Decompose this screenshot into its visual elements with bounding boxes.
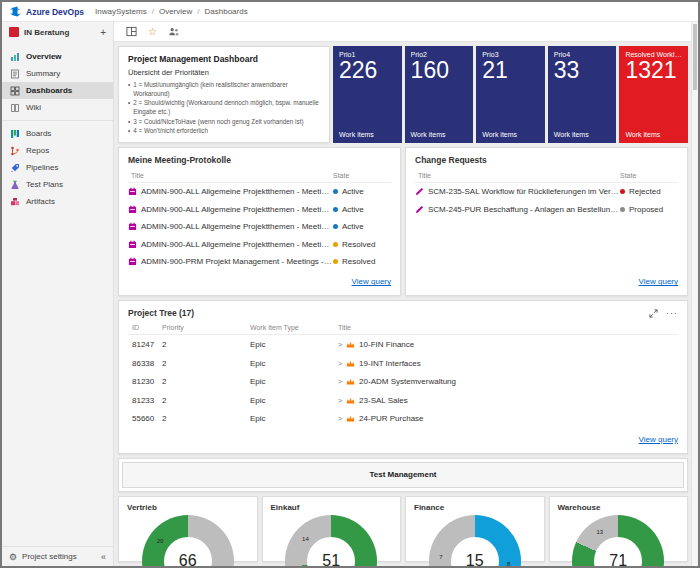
sidebar-item-artifacts[interactable]: Artifacts xyxy=(2,193,113,210)
state-dot xyxy=(333,207,338,212)
state-label: Active xyxy=(342,187,364,196)
work-item-title: 10-FIN Finance xyxy=(359,340,414,349)
sidebar-item-dashboards[interactable]: Dashboards xyxy=(2,82,113,99)
sidebar-item-overview[interactable]: Overview xyxy=(2,48,113,65)
vertical-scrollbar[interactable] xyxy=(691,22,698,566)
work-item-title: ADMIN-900-ALL Allgemeine Projektthemen -… xyxy=(141,222,333,231)
cell-type: Epic xyxy=(250,396,338,405)
scrollbar-thumb[interactable] xyxy=(693,24,697,90)
project-tree-widget: Project Tree (17) ··· ID Priority Work I… xyxy=(118,300,688,454)
count-tile-prio2[interactable]: Prio2160Work items xyxy=(405,46,474,143)
sidebar-item-wiki[interactable]: Wiki xyxy=(2,99,113,116)
state-label: Resolved xyxy=(342,257,375,266)
add-project-button[interactable]: + xyxy=(100,27,106,38)
dashboard-grid-icon[interactable] xyxy=(126,26,137,37)
project-name[interactable]: IN Beratung xyxy=(24,28,69,37)
table-row[interactable]: ADMIN-900-ALL Allgemeine Projektthemen -… xyxy=(128,200,391,218)
cell-type: Epic xyxy=(250,359,338,368)
work-item-title: ADMIN-900-ALL Allgemeine Projektthemen -… xyxy=(141,205,333,214)
change-request-icon xyxy=(415,205,424,214)
donut-widget-warehouse: Warehouse581371ReadyDesignView query xyxy=(549,496,689,562)
donut-widget-finance: Finance8715ReadyDesignView query xyxy=(405,496,545,562)
sidebar-item-repos[interactable]: Repos xyxy=(2,142,113,159)
sidebar-item-test-plans[interactable]: Test Plans xyxy=(2,176,113,193)
cell-title: >20-ADM Systemverwaltung xyxy=(338,377,678,386)
sidebar-item-label: Artifacts xyxy=(26,197,55,206)
table-row[interactable]: SCM-245-PUR Beschaffung - Anlagen an Bes… xyxy=(415,200,678,218)
state-dot xyxy=(333,189,338,194)
sidebar-item-summary[interactable]: Summary xyxy=(2,65,113,82)
work-item-title: SCM-235-SAL Workflow für Rücklieferungen… xyxy=(428,187,620,196)
segment-value: 8 xyxy=(507,561,510,566)
sidebar-item-label: Test Plans xyxy=(26,180,63,189)
artifacts-icon xyxy=(10,197,20,207)
meetings-query-widget: Meine Meeting-Protokolle Title State ADM… xyxy=(118,147,401,297)
table-row[interactable]: SCM-235-SAL Workflow für Rücklieferungen… xyxy=(415,183,678,201)
overview-icon xyxy=(10,52,20,62)
table-body: 812472Epic>10-FIN Finance863382Epic>19-I… xyxy=(128,335,678,428)
chevron-right-icon[interactable]: > xyxy=(338,360,342,367)
chevron-right-icon[interactable]: > xyxy=(338,341,342,348)
count-tile-prio1[interactable]: Prio1226Work items xyxy=(333,46,402,143)
project-header: IN Beratung + xyxy=(2,22,113,42)
tile-caption: Work items xyxy=(554,131,611,138)
top-widgets-row: Project Management Dashboard Übersicht d… xyxy=(118,46,688,143)
breadcrumb-item-overview[interactable]: Overview xyxy=(159,7,192,16)
state-dot xyxy=(620,189,625,194)
sidebar-item-label: Summary xyxy=(26,69,60,78)
project-settings[interactable]: ⚙ Project settings « xyxy=(2,546,113,566)
cell-id: 86338 xyxy=(128,359,162,368)
table-row[interactable]: 863382Epic>19-INT Interfaces xyxy=(128,354,678,373)
azure-devops-logo-icon[interactable] xyxy=(10,6,21,17)
cell-priority: 2 xyxy=(162,340,250,349)
work-item-title: 24-PUR Purchase xyxy=(359,414,423,423)
priority-legend-list: 1 = Must/unumgänglich (kein realistische… xyxy=(128,80,320,135)
count-tile-prio3[interactable]: Prio321Work items xyxy=(476,46,545,143)
table-header: Title State xyxy=(415,172,678,183)
column-state: State xyxy=(333,172,391,179)
donut-total: 15 xyxy=(466,552,484,566)
count-tile-resolved-workit[interactable]: Resolved WorkIt...1321Work items xyxy=(619,46,688,143)
cell-title: >24-PUR Purchase xyxy=(338,414,678,423)
tile-caption: Work items xyxy=(482,131,539,138)
table-row[interactable]: ADMIN-900-ALL Allgemeine Projektthemen -… xyxy=(128,218,391,236)
breadcrumb-item-inwaysystems[interactable]: InwaySystems xyxy=(95,7,147,16)
test-management-header[interactable]: Test Management xyxy=(122,462,684,488)
table-row[interactable]: ADMIN-900-ALL Allgemeine Projektthemen -… xyxy=(128,183,391,201)
table-row[interactable]: 556602Epic>24-PUR Purchase xyxy=(128,409,678,428)
cell-type: Epic xyxy=(250,377,338,386)
chevron-right-icon[interactable]: > xyxy=(338,397,342,404)
sidebar-item-pipelines[interactable]: Pipelines xyxy=(2,159,113,176)
collapse-sidebar-button[interactable]: « xyxy=(101,552,106,562)
breadcrumb-item-dashboards[interactable]: Dashboards xyxy=(205,7,248,16)
brand-title[interactable]: Azure DevOps xyxy=(26,7,84,17)
team-icon[interactable] xyxy=(168,26,180,37)
cell-type: Epic xyxy=(250,414,338,423)
sidebar-item-label: Dashboards xyxy=(26,86,72,95)
widget-title: Project Management Dashboard xyxy=(128,54,320,64)
project-settings-label: Project settings xyxy=(22,552,77,561)
meeting-icon xyxy=(128,257,137,266)
view-query-link[interactable]: View query xyxy=(352,277,391,286)
table-row[interactable]: 812472Epic>10-FIN Finance xyxy=(128,335,678,354)
chevron-right-icon[interactable]: > xyxy=(338,415,342,422)
more-options-icon[interactable]: ··· xyxy=(666,311,678,316)
work-item-title: ADMIN-900-ALL Allgemeine Projektthemen -… xyxy=(141,187,333,196)
cell-title: >10-FIN Finance xyxy=(338,340,678,349)
dashboard-toolbar: ☆ xyxy=(114,22,698,42)
table-row[interactable]: ADMIN-900-PRM Projekt Management - Meeti… xyxy=(128,253,391,271)
sidebar-item-boards[interactable]: Boards xyxy=(2,125,113,142)
count-tile-prio4[interactable]: Prio433Work items xyxy=(548,46,617,143)
table-row[interactable]: ADMIN-900-ALL Allgemeine Projektthemen -… xyxy=(128,235,391,253)
cell-priority: 2 xyxy=(162,414,250,423)
favorite-star-icon[interactable]: ☆ xyxy=(148,27,157,37)
expand-icon[interactable] xyxy=(649,309,658,318)
change-request-icon xyxy=(415,187,424,196)
view-query-link[interactable]: View query xyxy=(639,435,678,444)
widget-title: Change Requests xyxy=(415,155,678,165)
view-query-link[interactable]: View query xyxy=(639,277,678,286)
segment-value: 20 xyxy=(157,538,164,544)
chevron-right-icon[interactable]: > xyxy=(338,378,342,385)
table-row[interactable]: 812302Epic>20-ADM Systemverwaltung xyxy=(128,372,678,391)
table-row[interactable]: 812332Epic>23-SAL Sales xyxy=(128,391,678,410)
